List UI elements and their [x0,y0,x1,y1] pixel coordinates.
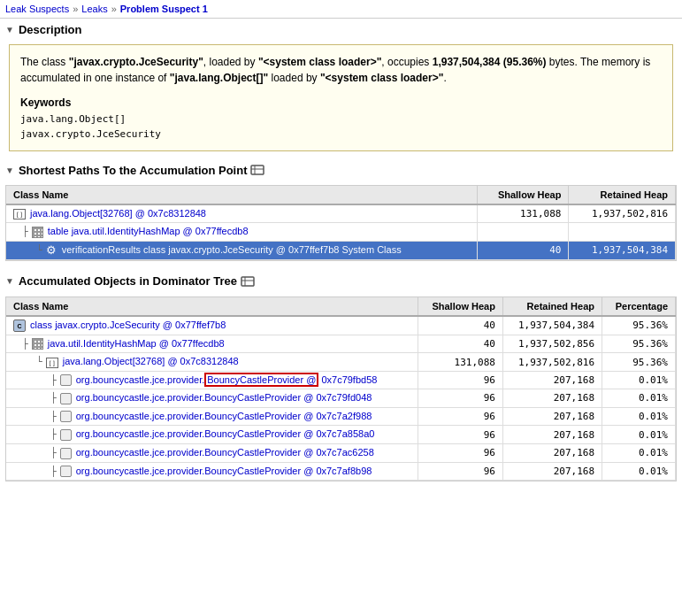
dt-row6-link[interactable]: org.bouncycastle.jce.provider.BouncyCast… [76,428,375,439]
dt-row8-retained: 207,168 [502,462,602,481]
dt-row0-shallow: 40 [418,316,502,335]
table-row[interactable]: └ ⚙ verificationResults class javax.cryp… [6,241,676,259]
tree-prefix: ├ [22,226,28,237]
dt-row6-retained: 207,168 [502,426,602,444]
dt-row1-pct: 95.36% [602,335,676,353]
dominator-tree-header[interactable]: ▼ Accumulated Objects in Dominator Tree [0,270,682,293]
breadcrumb-leak-suspects[interactable]: Leak Suspects [5,4,69,14]
breadcrumb-current: Problem Suspect 1 [120,4,208,14]
table-icon [32,338,43,350]
table-icon [32,227,43,238]
dt-col-classname: Class Name [6,297,418,316]
table-row[interactable]: ├ org.bouncycastle.jce.provider.BouncyCa… [6,426,676,444]
table-row[interactable]: ├ org.bouncycastle.jce.provider.BouncyCa… [6,389,676,408]
sp-row2-prefix: verificationResults [62,244,143,255]
sp-row1-retained [569,223,676,242]
shortest-paths-header[interactable]: ▼ Shortest Paths To the Accumulation Poi… [0,158,682,181]
obj-icon [60,429,72,441]
dt-row5-pct: 0.01% [602,407,676,426]
svg-rect-3 [241,277,254,286]
dt-row3-pct: 0.01% [602,371,676,389]
dominator-toolbar-icon[interactable] [241,274,255,289]
dt-row4-shallow: 96 [418,389,502,408]
dt-row0-link[interactable]: class javax.crypto.JceSecurity @ 0x77ffe… [30,320,226,330]
tree-prefix: ├ [50,428,57,440]
obj-icon [60,448,72,459]
sp-row0-shallow: 131,088 [477,204,569,223]
dt-row8-shallow: 96 [418,462,502,481]
tree-prefix: ├ [22,338,28,350]
tree-prefix: ├ [50,374,57,386]
sp-row2-suffix: System Class [341,244,401,255]
dt-row1-name: ├ java.util.IdentityHashMap @ 0x77ffecdb… [6,335,418,353]
keywords-title: Keywords [20,95,662,111]
array-icon: [] [46,358,58,368]
shortest-paths-title: Shortest Paths To the Accumulation Point [19,164,248,177]
dt-row2-pct: 95.36% [602,353,676,371]
obj-icon [60,374,72,386]
table-row[interactable]: ├ java.util.IdentityHashMap @ 0x77ffecdb… [6,335,676,353]
dt-row6-shallow: 96 [418,426,502,444]
dt-row2-shallow: 131,088 [418,353,502,371]
dt-row4-link[interactable]: org.bouncycastle.jce.provider.BouncyCast… [76,392,372,403]
table-row[interactable]: ├ org.bouncycastle.jce.provider.BouncyCa… [6,443,676,462]
sp-row2-retained: 1,937,504,384 [569,241,676,259]
class-icon: C [13,320,26,332]
shortest-paths-header-row: Class Name Shallow Heap Retained Heap [6,186,676,204]
table-row[interactable]: └ [] java.lang.Object[32768] @ 0x7c83128… [6,353,676,371]
dt-col-percentage: Percentage [602,297,676,316]
table-row[interactable]: ├ org.bouncycastle.jce.provider.BouncyCa… [6,371,676,389]
dt-row6-name: ├ org.bouncycastle.jce.provider.BouncyCa… [6,426,418,444]
dt-col-retained: Retained Heap [502,297,602,316]
dt-row8-link[interactable]: org.bouncycastle.jce.provider.BouncyCast… [76,466,372,476]
table-row[interactable]: ├ org.bouncycastle.jce.provider.BouncyCa… [6,407,676,426]
table-row[interactable]: ├ table java.util.IdentityHashMap @ 0x77… [6,223,676,242]
dt-row7-pct: 0.01% [602,443,676,462]
dt-row2-link[interactable]: java.lang.Object[32768] @ 0x7c8312848 [63,356,239,366]
breadcrumb-sep-1: » [73,4,78,14]
shortest-paths-toolbar-icon[interactable] [250,163,264,177]
dt-row3-link[interactable]: org.bouncycastle.jce.provider.BouncyCast… [76,373,378,387]
sp-row2-link[interactable]: class javax.crypto.JceSecurity @ 0x77ffe… [143,244,339,255]
shortest-paths-table-container: Class Name Shallow Heap Retained Heap []… [5,185,677,261]
keyword-1: java.lang.Object[] [20,112,662,127]
keywords-section: Keywords java.lang.Object[] javax.crypto… [20,95,662,142]
svg-rect-0 [251,166,264,174]
dt-row5-shallow: 96 [418,407,502,426]
table-row[interactable]: C class javax.crypto.JceSecurity @ 0x77f… [6,316,676,335]
description-section-header[interactable]: ▼ Description [0,19,682,41]
dt-row2-name: └ [] java.lang.Object[32768] @ 0x7c83128… [6,353,418,371]
dt-row5-link[interactable]: org.bouncycastle.jce.provider.BouncyCast… [76,411,372,421]
highlight-box: BouncyCastleProvider @ [204,373,318,387]
description-text: The class "javax.crypto.JceSecurity", lo… [20,54,662,86]
dt-col-shallow: Shallow Heap [418,297,502,316]
dt-row1-shallow: 40 [418,335,502,353]
table-row[interactable]: ├ org.bouncycastle.jce.provider.BouncyCa… [6,462,676,481]
loader-name2: "<system class loader>" [320,72,443,84]
breadcrumb-leaks[interactable]: Leaks [81,4,107,14]
sp-row2-shallow: 40 [477,241,569,259]
table-row[interactable]: [] java.lang.Object[32768] @ 0x7c8312848… [6,204,676,223]
description-title: Description [19,23,82,36]
dt-row4-name: ├ org.bouncycastle.jce.provider.BouncyCa… [6,389,418,408]
shortest-paths-thead: Class Name Shallow Heap Retained Heap [6,186,676,204]
obj-icon [60,411,72,422]
shortest-paths-tbody: [] java.lang.Object[32768] @ 0x7c8312848… [6,204,676,259]
dt-row1-retained: 1,937,502,856 [502,335,602,353]
sp-row1-shallow [477,223,569,242]
breadcrumb-sep-2: » [111,4,117,14]
dominator-title-row: Accumulated Objects in Dominator Tree [19,274,255,289]
shortest-paths-arrow: ▼ [5,166,14,175]
sp-row0-link[interactable]: java.lang.Object[32768] @ 0x7c8312848 [30,208,206,219]
dt-row5-name: ├ org.bouncycastle.jce.provider.BouncyCa… [6,407,418,426]
sp-row2-name: └ ⚙ verificationResults class javax.cryp… [6,241,477,259]
sp-row0-retained: 1,937,502,816 [569,204,676,223]
sp-row1-link[interactable]: table java.util.IdentityHashMap @ 0x77ff… [48,226,249,236]
dt-row1-link[interactable]: java.util.IdentityHashMap @ 0x77ffecdb8 [48,338,225,349]
shortest-paths-title-row: Shortest Paths To the Accumulation Point [19,163,265,177]
dt-row7-link[interactable]: org.bouncycastle.jce.provider.BouncyCast… [76,447,374,458]
dt-row2-retained: 1,937,502,816 [502,353,602,371]
obj-icon [60,466,72,477]
tree-prefix: └ [36,244,42,256]
description-arrow: ▼ [5,25,14,35]
